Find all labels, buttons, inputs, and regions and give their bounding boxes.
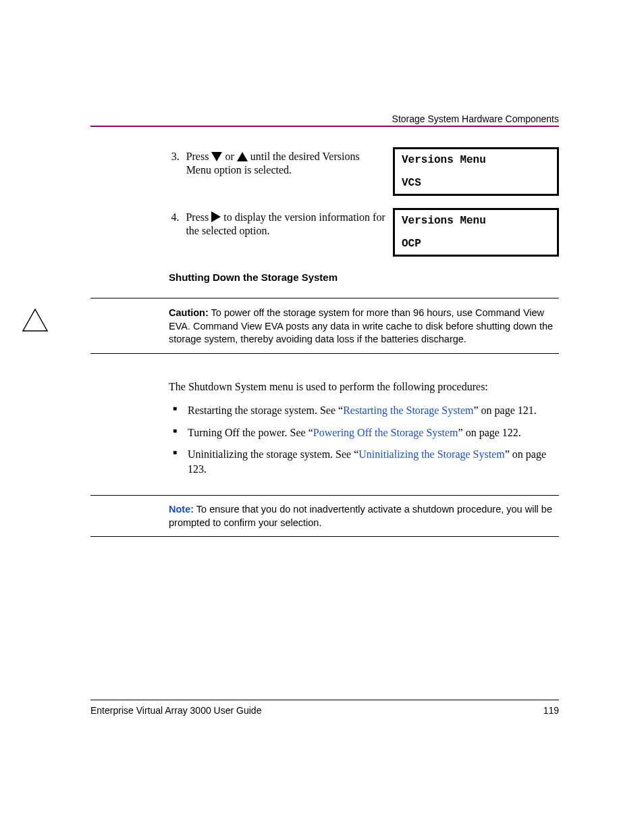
right-triangle-icon xyxy=(211,211,221,225)
list-text: Uninitializing the storage system. See “ xyxy=(188,448,358,460)
running-header: Storage System Hardware Components xyxy=(392,113,559,124)
lcd-line: VCS xyxy=(402,178,550,188)
header-divider xyxy=(90,126,559,127)
list-text: Turning Off the power. See “ xyxy=(188,427,313,438)
lcd-line: Versions Menu xyxy=(402,215,550,226)
step-text-fragment: Press xyxy=(186,211,211,223)
caution-label: Caution: xyxy=(169,307,209,318)
lcd-display: Versions Menu OCP xyxy=(393,208,559,257)
footer-page-number: 119 xyxy=(543,705,559,716)
up-triangle-icon xyxy=(237,152,248,164)
svg-marker-0 xyxy=(211,152,222,161)
procedure-step: 4. Press to display the version informat… xyxy=(169,208,559,257)
list-item: Uninitializing the storage system. See “… xyxy=(169,447,559,477)
list-text: ” on page 122. xyxy=(458,427,521,438)
procedure-step: 3. Press or until the desired Versions M… xyxy=(169,147,559,196)
step-number: 3. xyxy=(169,151,180,163)
note-callout: Note: To ensure that you do not inadvert… xyxy=(90,495,559,538)
svg-marker-2 xyxy=(211,211,221,222)
list-item: Restarting the storage system. See “Rest… xyxy=(169,403,559,418)
caution-body: To power off the storage system for more… xyxy=(169,307,553,344)
list-item: Turning Off the power. See “Powering Off… xyxy=(169,425,559,440)
step-text-fragment: or xyxy=(225,151,236,162)
svg-marker-3 xyxy=(23,309,47,331)
lcd-display: Versions Menu VCS xyxy=(393,147,559,196)
cross-reference-link[interactable]: Restarting the Storage System xyxy=(343,405,473,416)
step-number: 4. xyxy=(169,211,179,224)
footer-divider xyxy=(90,700,559,700)
lcd-line: Versions Menu xyxy=(402,155,550,165)
section-heading: Shutting Down the Storage System xyxy=(90,271,559,283)
body-paragraph: The Shutdown System menu is used to perf… xyxy=(169,380,559,394)
caution-icon xyxy=(22,308,49,336)
bullet-list: Restarting the storage system. See “Rest… xyxy=(169,403,559,477)
cross-reference-link[interactable]: Powering Off the Storage System xyxy=(313,427,458,438)
svg-marker-1 xyxy=(237,152,248,161)
down-triangle-icon xyxy=(211,152,222,164)
note-body: To ensure that you do not inadvertently … xyxy=(169,504,552,528)
caution-callout: Caution: To power off the storage system… xyxy=(90,298,559,354)
step-text-fragment: Press xyxy=(186,151,212,162)
cross-reference-link[interactable]: Uninitializing the Storage System xyxy=(358,448,504,460)
footer-doc-title: Enterprise Virtual Array 3000 User Guide xyxy=(90,705,261,716)
list-text: Restarting the storage system. See “ xyxy=(188,405,343,416)
list-text: ” on page 121. xyxy=(473,405,536,416)
note-label: Note: xyxy=(169,504,194,515)
lcd-line: OCP xyxy=(402,238,550,249)
